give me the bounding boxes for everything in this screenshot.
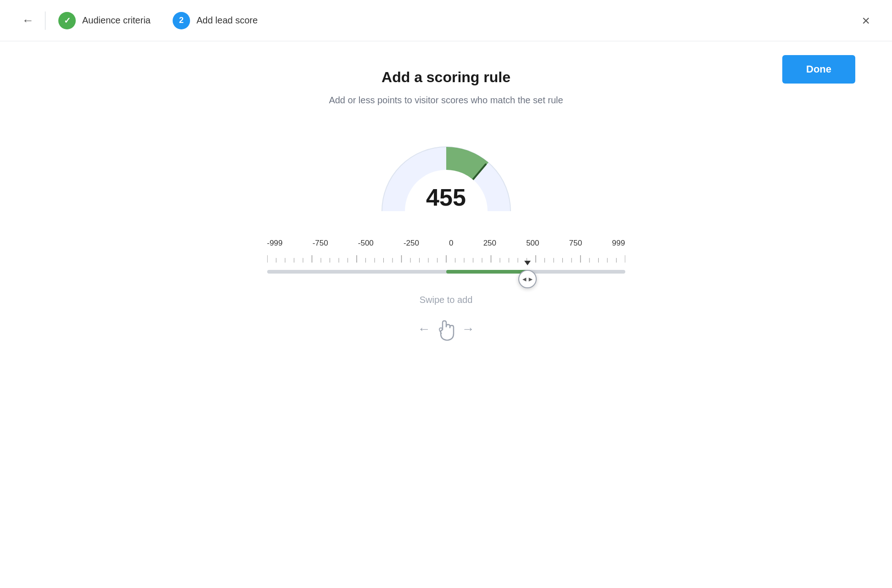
arrow-left-icon: ← — [418, 322, 431, 336]
thumb-indicator — [524, 261, 531, 265]
scale-label-2: -500 — [358, 239, 374, 248]
scale-label-4: 0 — [449, 239, 453, 248]
swipe-hint: ← → — [418, 316, 475, 342]
slider-track[interactable]: ◄► — [267, 270, 625, 274]
slider-wrapper[interactable]: ◄► — [267, 263, 625, 281]
step1-label: Audience criteria — [82, 15, 151, 26]
main-content: Done Add a scoring rule Add or less poin… — [0, 41, 892, 342]
step2-badge: 2 — [173, 12, 190, 29]
step2-label: Add lead score — [196, 15, 258, 26]
scale-label-7: 750 — [569, 239, 582, 248]
close-button[interactable]: × — [862, 13, 870, 28]
arrow-right-icon: → — [462, 322, 475, 336]
page-subtitle: Add or less points to visitor scores who… — [329, 95, 563, 106]
hand-icon — [435, 316, 457, 342]
thumb-arrows: ◄► — [521, 275, 534, 283]
gauge-value: 455 — [426, 184, 466, 211]
scale-label-0: -999 — [267, 239, 283, 248]
step1-badge: ✓ — [58, 12, 76, 29]
header: ← ✓ Audience criteria 2 Add lead score × — [0, 0, 892, 41]
header-divider — [45, 11, 45, 30]
scale-label-6: 500 — [526, 239, 539, 248]
page-title: Add a scoring rule — [381, 69, 511, 86]
scale-label-1: -750 — [313, 239, 328, 248]
swipe-label: Swipe to add — [420, 295, 473, 305]
done-button[interactable]: Done — [782, 55, 855, 84]
gauge-chart: 455 — [368, 133, 524, 216]
scale-labels: -999 -750 -500 -250 0 250 500 750 999 — [267, 239, 625, 248]
scale-label-8: 999 — [612, 239, 625, 248]
scale-label-5: 250 — [483, 239, 496, 248]
slider-fill — [446, 270, 528, 274]
step-2: 2 Add lead score — [173, 12, 258, 29]
back-button[interactable]: ← — [22, 13, 34, 28]
slider-thumb[interactable]: ◄► — [518, 270, 537, 288]
tick-marks — [267, 252, 625, 263]
step-1: ✓ Audience criteria — [58, 12, 151, 29]
scale-label-3: -250 — [404, 239, 419, 248]
slider-section: -999 -750 -500 -250 0 250 500 750 999 — [267, 239, 625, 342]
